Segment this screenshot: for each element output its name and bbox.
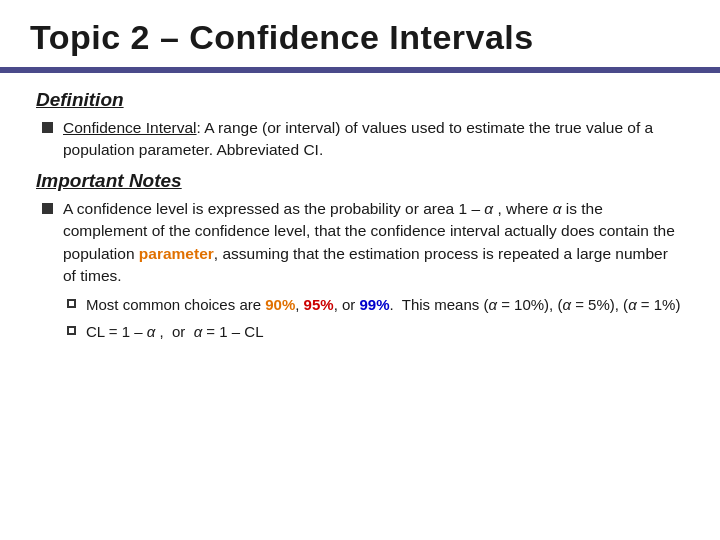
pct-95: 95% xyxy=(304,296,334,313)
sub-bullets: Most common choices are 90%, 95%, or 99%… xyxy=(63,294,684,343)
bullet-icon xyxy=(42,122,53,133)
alpha-3: α xyxy=(488,296,497,313)
alpha-7: α xyxy=(194,323,203,340)
pct-99: 99% xyxy=(359,296,389,313)
definition-heading: Definition xyxy=(36,89,684,111)
confidence-level-text: A confidence level is expressed as the p… xyxy=(63,198,684,347)
alpha-6: α xyxy=(147,323,156,340)
ci-definition-text: Confidence Interval: A range (or interva… xyxy=(63,117,684,162)
ci-definition-bullet: Confidence Interval: A range (or interva… xyxy=(36,117,684,162)
slide-title: Topic 2 – Confidence Intervals xyxy=(30,18,690,57)
cl-formula-text: CL = 1 – α , or α = 1 – CL xyxy=(86,321,264,343)
alpha-5: α xyxy=(628,296,637,313)
important-notes-heading: Important Notes xyxy=(36,170,684,192)
alpha-1: α xyxy=(484,200,493,217)
content-area: Definition Confidence Interval: A range … xyxy=(0,73,720,540)
bullet-icon-2 xyxy=(42,203,53,214)
slide: Topic 2 – Confidence Intervals Definitio… xyxy=(0,0,720,540)
title-bar: Topic 2 – Confidence Intervals xyxy=(0,0,720,67)
ci-term: Confidence Interval xyxy=(63,119,197,136)
important-notes-section: Important Notes A confidence level is ex… xyxy=(36,170,684,347)
confidence-level-bullet: A confidence level is expressed as the p… xyxy=(36,198,684,347)
sub-bullet-icon-1 xyxy=(67,299,76,308)
common-choices-text: Most common choices are 90%, 95%, or 99%… xyxy=(86,294,680,316)
cl-formula-sub-bullet: CL = 1 – α , or α = 1 – CL xyxy=(67,321,684,343)
common-choices-sub-bullet: Most common choices are 90%, 95%, or 99%… xyxy=(67,294,684,316)
alpha-4: α xyxy=(562,296,571,313)
sub-bullet-icon-2 xyxy=(67,326,76,335)
alpha-2: α xyxy=(553,200,562,217)
pct-90: 90% xyxy=(265,296,295,313)
parameter-highlight: parameter xyxy=(139,245,214,262)
